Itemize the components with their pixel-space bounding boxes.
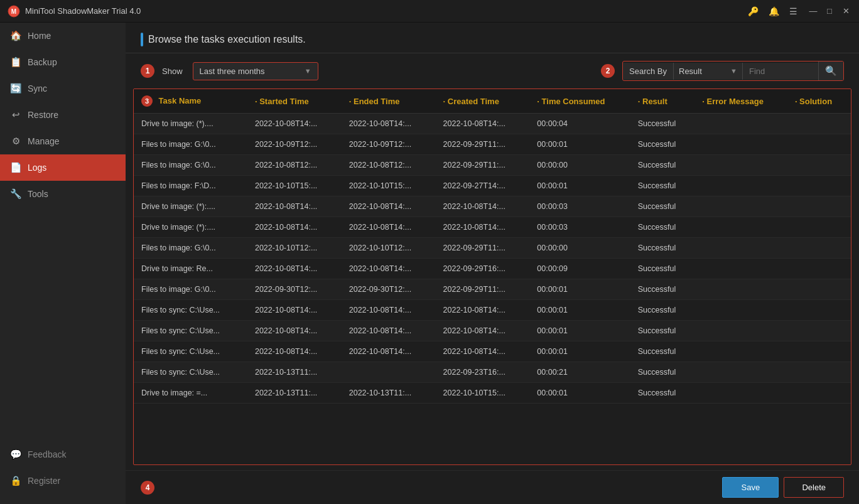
cell-2: 2022-10-08T14:... xyxy=(342,217,436,238)
sidebar-item-register[interactable]: 🔒 Register xyxy=(0,468,126,494)
bell-icon[interactable]: 🔔 xyxy=(769,6,779,16)
step2-badge: 2 xyxy=(601,64,615,78)
table-row[interactable]: Drive to image: =...2022-10-13T11:...202… xyxy=(134,383,851,404)
search-chevron-icon: ▼ xyxy=(730,67,737,75)
cell-5: Successful xyxy=(630,217,695,238)
bottom-bar: 4 Save Delete xyxy=(126,470,859,504)
cell-2: 2022-10-10T12:... xyxy=(342,238,436,259)
cell-1: 2022-10-08T14:... xyxy=(247,321,342,341)
cell-6 xyxy=(694,300,787,321)
table-row[interactable]: Files to image: G:\0...2022-10-10T12:...… xyxy=(134,238,851,259)
cell-2: 2022-10-13T11:... xyxy=(342,383,436,404)
cell-2: 2022-10-10T15:... xyxy=(342,176,436,196)
table-row[interactable]: Files to sync: C:\Use...2022-10-08T14:..… xyxy=(134,300,851,321)
cell-7 xyxy=(787,238,851,259)
main-content: Browse the tasks execution results. 1 Sh… xyxy=(126,23,859,504)
search-type-dropdown[interactable]: Result ▼ xyxy=(674,63,743,80)
cell-3: 2022-10-08T14:... xyxy=(436,196,530,217)
cell-2: 2022-10-09T12:... xyxy=(342,134,436,155)
table-row[interactable]: Drive to image: (*):....2022-10-08T14:..… xyxy=(134,196,851,217)
cell-3: 2022-10-08T14:... xyxy=(436,217,530,238)
table-row[interactable]: Drive to image: Re...2022-10-08T14:...20… xyxy=(134,259,851,279)
cell-4: 00:00:01 xyxy=(529,279,630,300)
page-title: Browse the tasks execution results. xyxy=(148,34,306,45)
table-row[interactable]: Files to image: G:\0...2022-10-08T12:...… xyxy=(134,155,851,176)
save-button[interactable]: Save xyxy=(722,477,779,498)
cell-1: 2022-10-08T14:... xyxy=(247,300,342,321)
cell-2: 2022-10-08T14:... xyxy=(342,259,436,279)
sidebar-item-sync[interactable]: 🔄 Sync xyxy=(0,75,126,102)
cell-1: 2022-10-08T14:... xyxy=(247,259,342,279)
cell-3: 2022-09-29T11:... xyxy=(436,134,530,155)
col-ended-time: · Ended Time xyxy=(342,89,436,114)
page-header: Browse the tasks execution results. xyxy=(126,23,859,53)
sidebar-item-home[interactable]: 🏠 Home xyxy=(0,23,126,49)
cell-4: 00:00:00 xyxy=(529,238,630,259)
cell-0: Files to sync: C:\Use... xyxy=(134,341,247,362)
table-row[interactable]: Files to sync: C:\Use...2022-10-08T14:..… xyxy=(134,321,851,341)
col-task-name: 3 Task Name xyxy=(134,89,247,114)
titlebar-icons: 🔑 🔔 ☰ xyxy=(748,6,797,16)
cell-7 xyxy=(787,362,851,383)
cell-4: 00:00:01 xyxy=(529,383,630,404)
cell-0: Files to image: F:\D... xyxy=(134,176,247,196)
sidebar-item-backup[interactable]: 📋 Backup xyxy=(0,49,126,75)
sidebar-item-feedback[interactable]: 💬 Feedback xyxy=(0,441,126,468)
app-title: MiniTool ShadowMaker Trial 4.0 xyxy=(25,6,748,16)
table-row[interactable]: Files to image: F:\D...2022-10-10T15:...… xyxy=(134,176,851,196)
cell-5: Successful xyxy=(630,341,695,362)
step4-badge: 4 xyxy=(141,481,154,495)
cell-5: Successful xyxy=(630,176,695,196)
close-button[interactable]: ✕ xyxy=(840,6,851,17)
cell-1: 2022-10-08T14:... xyxy=(247,217,342,238)
search-button[interactable]: 🔍 xyxy=(818,62,843,80)
cell-0: Drive to image: (*):.... xyxy=(134,217,247,238)
pin-icon[interactable]: 🔑 xyxy=(748,6,759,16)
delete-button[interactable]: Delete xyxy=(784,477,844,498)
title-bar: M MiniTool ShadowMaker Trial 4.0 🔑 🔔 ☰ —… xyxy=(0,0,859,23)
cell-5: Successful xyxy=(630,259,695,279)
table-row[interactable]: Drive to image: (*):....2022-10-08T14:..… xyxy=(134,217,851,238)
logs-table-container[interactable]: 3 Task Name · Started Time · Ended Time … xyxy=(133,88,851,465)
filter-dropdown[interactable]: Last three months ▼ xyxy=(193,62,318,80)
cell-7 xyxy=(787,114,851,134)
cell-0: Files to sync: C:\Use... xyxy=(134,362,247,383)
cell-1: 2022-10-10T12:... xyxy=(247,238,342,259)
cell-0: Files to image: G:\0... xyxy=(134,238,247,259)
cell-1: 2022-10-13T11:... xyxy=(247,383,342,404)
table-row[interactable]: Files to sync: C:\Use...2022-10-08T14:..… xyxy=(134,341,851,362)
backup-icon: 📋 xyxy=(10,56,21,68)
manage-icon: ⚙ xyxy=(10,136,21,147)
cell-6 xyxy=(694,383,787,404)
cell-5: Successful xyxy=(630,300,695,321)
sidebar-item-label: Tools xyxy=(28,189,48,199)
minimize-button[interactable]: — xyxy=(808,6,819,17)
sidebar-item-tools[interactable]: 🔧 Tools xyxy=(0,181,126,207)
table-row[interactable]: Files to sync: C:\Use...2022-10-13T11:..… xyxy=(134,362,851,383)
cell-6 xyxy=(694,134,787,155)
cell-6 xyxy=(694,238,787,259)
cell-4: 00:00:03 xyxy=(529,217,630,238)
cell-3: 2022-09-29T11:... xyxy=(436,155,530,176)
sidebar-item-manage[interactable]: ⚙ Manage xyxy=(0,128,126,154)
sidebar-item-restore[interactable]: ↩ Restore xyxy=(0,102,126,128)
table-row[interactable]: Drive to image: (*)....2022-10-08T14:...… xyxy=(134,114,851,134)
maximize-button[interactable]: □ xyxy=(824,6,835,17)
sidebar-item-label: Sync xyxy=(28,83,47,94)
sidebar-item-label: Logs xyxy=(28,163,46,173)
table-row[interactable]: Files to image: G:\0...2022-09-30T12:...… xyxy=(134,279,851,300)
cell-0: Drive to image: (*):.... xyxy=(134,196,247,217)
filter-value: Last three months xyxy=(200,67,302,76)
cell-6 xyxy=(694,362,787,383)
cell-3: 2022-10-10T15:... xyxy=(436,383,530,404)
cell-5: Successful xyxy=(630,155,695,176)
table-row[interactable]: Files to image: G:\0...2022-10-09T12:...… xyxy=(134,134,851,155)
step3-badge: 3 xyxy=(141,95,153,107)
cell-4: 00:00:01 xyxy=(529,134,630,155)
cell-3: 2022-10-08T14:... xyxy=(436,321,530,341)
cell-4: 00:00:09 xyxy=(529,259,630,279)
search-input[interactable] xyxy=(743,63,818,80)
sidebar-item-logs[interactable]: 📄 Logs xyxy=(0,154,126,181)
cell-5: Successful xyxy=(630,383,695,404)
menu-icon[interactable]: ☰ xyxy=(789,6,797,16)
